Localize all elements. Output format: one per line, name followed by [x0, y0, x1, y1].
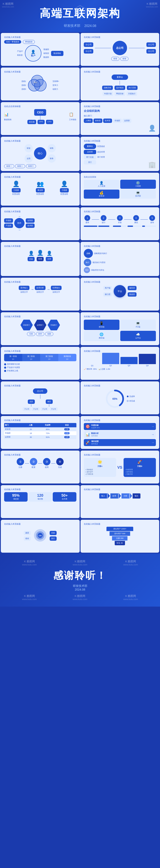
slides-container: 在此输入本页标题 在此一事项描述 事项描述 产品/IT 商务部 👤 客户	[0, 32, 160, 554]
matrix-4: ☁️ 云平台	[120, 331, 156, 341]
slide-13: 在此输入本页标题 👤 总监 👤 经理 👤 主管	[1, 242, 80, 276]
slide-6: 在此输入本页标题 企业组织架构 核心部门 人事部 财务部 技术部 市场部 运营部…	[81, 102, 159, 135]
slide-5: 在此点击添加标题 📊 数据报表 CEO 副总裁 CFO CTO 📋	[1, 102, 80, 135]
slide-4-label: 在此输入本页标题	[84, 70, 156, 73]
slides-row-15: 在此输入本页标题 愿景 使命 战略 目标 执行	[1, 520, 159, 553]
slide-12: 在此输入本页标题 1 需求 2 设计 3 开发	[81, 207, 159, 240]
branch-1: 北区 子公司 子公司	[23, 400, 40, 411]
slide-6-label: 在此输入本页标题	[84, 105, 156, 108]
net-right: 服务层 数据层	[128, 286, 136, 297]
slide-2: 在此输入本页标题 分公司 分公司 总公司 分公司 分公司 标签 标签	[81, 33, 159, 66]
role-2: 👥 事业部 职责说明	[36, 181, 45, 195]
team-roles: 👤 工程师 职责说明 👥 事业部 职责说明 👤 工程师 职责说明	[4, 181, 76, 195]
slide-2-diagram: 分公司 分公司 总公司 分公司 分公司	[84, 41, 156, 55]
slide-8: 在此输入本页标题 董事长 职责描述 总经理 副总经理	[81, 137, 159, 171]
footer: K 酷图网 www.kutu.com K 酷图网 www.kutu.com K …	[0, 554, 160, 607]
board-box: 董事会	[111, 74, 128, 80]
af-step-4: 输出	[133, 493, 140, 499]
compare-right: 🚀 方案B • 快速部署 • 成本较低 • 功能丰富	[124, 458, 156, 477]
header-subtitle-row: 研发技术部 2024.08	[4, 24, 156, 28]
footer-dept: 研发技术部 2024.08	[4, 584, 156, 591]
info-card-3: 🚀 项目进度 按时推进 →	[84, 439, 156, 446]
roadmap-phases: 第一阶段 Q1 第二阶段 Q2 第三阶段 Q3 第四阶段 Q4	[4, 354, 76, 361]
role-3: 👤 工程师 职责说明	[60, 181, 69, 195]
person-role-1: 👤 总监	[28, 251, 35, 261]
slide-3-label: 在此输入本页标题	[4, 70, 76, 73]
slides-row-6: 在此输入本页标题 市场部 产品部 → 协作 → 运营部 技术部 在此输入本页标题	[1, 207, 159, 240]
slides-row-12: 在此输入本页标题 部门 人数 完成率 状态 研发部 25	[1, 416, 159, 449]
data-viz-content: Q1 Q2 Q3 Q4 📈 增长率:	[84, 354, 156, 371]
slide-summary: 在此输入本页标题 95% 满意度 120 项目数 50+ 合作商	[1, 485, 80, 518]
slide-circular: 在此输入本页标题 65% 完成率 待完成	[81, 381, 159, 414]
slide-compare: 在此输入本页标题 🌟 方案A • 高效稳定 • 成本适中 • 扩展性强 VS 🚀…	[81, 451, 159, 484]
right-leaves: 销售 财务	[47, 144, 56, 163]
slide-10-label: 在此点击添加	[84, 176, 156, 179]
table-row-2: 市场部 18 72% 正常	[4, 431, 76, 435]
slide-15-label: 在此输入本页标题	[4, 281, 76, 283]
dept-item-2: ⚙️ 工程部	[120, 180, 156, 189]
ob-step-4: ④ 完成	[56, 458, 64, 469]
footer-logo-bottom-3: K 酷图网 www.kutu.com	[123, 594, 138, 600]
slide-14-label: 在此输入本页标题	[84, 245, 156, 248]
bottom-tags: 标签 标签	[84, 57, 156, 61]
pf-arrow-1: →	[30, 287, 34, 292]
slide-1-tags: 在此一事项描述 事项描述	[4, 40, 76, 44]
left-col: 分公司 分公司	[84, 42, 93, 54]
roadmap-items: 需求调研与分析 产品设计与原型 开发测试上线	[4, 363, 76, 372]
footer-logo-2: K 酷图网 www.kutu.com	[73, 560, 87, 566]
step-4: 4 测试	[132, 215, 139, 224]
data-table: 部门 人数 完成率 状态 研发部 25 85% 正常	[4, 423, 76, 439]
slide-6-content: 企业组织架构 核心部门 人事部 财务部 技术部 市场部 运营部 👤	[84, 109, 156, 132]
slides-row-2: 在此输入本页标题 流程1 流程2 流程3 核心 互联网+ 竞争力 创新力	[1, 67, 159, 100]
af-arrow-3	[130, 493, 132, 499]
slide-12-label: 在此输入本页标题	[84, 210, 156, 213]
slide-funnel-label: 在此输入本页标题	[84, 523, 156, 526]
tree-root: 总公司 北区 子公司 子公司 南区	[4, 389, 76, 411]
watermark-top-right: K 酷图网 www.kutu.com	[146, 2, 158, 8]
slide-3: 在此输入本页标题 流程1 流程2 流程3 核心 互联网+ 竞争力 创新力	[1, 67, 80, 100]
left-labels: 流程1 流程2 流程3	[22, 80, 26, 91]
slide-2-label: 在此输入本页标题	[84, 36, 156, 39]
info-cards-list: 🎯 年度目标 完成率 85% → 📊 数据分析 实时更新 →	[84, 423, 156, 446]
org-center: CEO 副总裁 CFO CTO	[13, 109, 67, 124]
person-icon-right: 👤	[84, 125, 156, 132]
action-items: 年度计划 季度目标 月度执行	[102, 92, 137, 96]
af-step-2: 处理	[110, 493, 118, 499]
collab-content: 市场部 产品部 → 协作 → 运营部 技术部	[4, 215, 76, 231]
svg-text:65%: 65%	[113, 398, 117, 400]
dept-grid-content: 👤 人力资源 ⚙️ 工程部 💰 财务部 💻 技术部	[84, 180, 156, 198]
matrix-grid: 📱 移动端 💻 PC端 🌐 网页端 ☁️ 云平台	[84, 320, 156, 341]
matrix-2: 💻 PC端	[120, 320, 156, 330]
table-header: 部门 人数 完成率 状态	[4, 423, 76, 427]
slide-16: 在此输入本页标题 用户端 接口层 平台 服务层 数据层	[81, 278, 159, 311]
step-5: 5 发布	[149, 215, 156, 224]
info-card-1: 🎯 年度目标 完成率 85% →	[84, 423, 156, 430]
core-circle: 核心	[34, 147, 46, 159]
r-item-3: 开发测试上线	[4, 369, 76, 372]
slides-row-7: 在此输入本页标题 👤 总监 👤 经理 👤 主管 在此输入本页标题	[1, 242, 159, 276]
ob-step-1: ① 注册	[17, 458, 24, 469]
center-node: 总公司	[113, 41, 127, 55]
slide-data-viz-label: 在此输入本页标题	[84, 350, 156, 352]
slide-6-title: 企业组织架构	[84, 109, 156, 113]
slide-circular-label: 在此输入本页标题	[84, 384, 156, 387]
slide-mindmap-label: 在此输入本页标题	[4, 523, 76, 526]
slides-row-8: 在此输入本页标题 需求输入 说明文字 → 处理分析 说明文字 → 结果输出 说明…	[1, 278, 159, 311]
slide-matrix-label: 在此输入本页标题	[84, 315, 156, 318]
slide-arrow-flow-label: 在此输入本页标题	[84, 488, 156, 491]
matrix-3: 🌐 网页端	[84, 331, 120, 341]
funnel-2: 意向用户 500	[109, 531, 130, 536]
mindmap-svg: 战略	[32, 527, 49, 544]
af-step-1: 输入	[99, 493, 107, 499]
slide-arrow-flow: 在此输入本页标题 输入 处理 分析 输出	[81, 485, 159, 518]
bubble-row-2: 执行 项目执行与管控	[84, 259, 156, 266]
slides-row-1: 在此输入本页标题 在此一事项描述 事项描述 产品/IT 商务部 👤 客户	[1, 33, 159, 66]
hierarchy-list: 董事长 职责描述 总经理 副总经理 部门总监 部门	[84, 144, 156, 164]
header-dept: 研发技术部	[64, 24, 80, 28]
collab-left: 市场部 产品部	[4, 218, 13, 228]
slide-4: 在此输入本页标题 董事会 战略目标 战术规划 执行层面 年度计划 季度目标 月度…	[81, 67, 159, 100]
bar-4: Q4	[139, 354, 156, 367]
slide-11: 在此输入本页标题 市场部 产品部 → 协作 → 运营部 技术部	[1, 207, 80, 240]
slides-row-4: 在此输入本页标题 研发 运营 核心 销售 财务 标签一 标签二 标签三 在此输入…	[1, 137, 159, 171]
slide-info-cards-label: 在此输入本页标题	[84, 419, 156, 422]
